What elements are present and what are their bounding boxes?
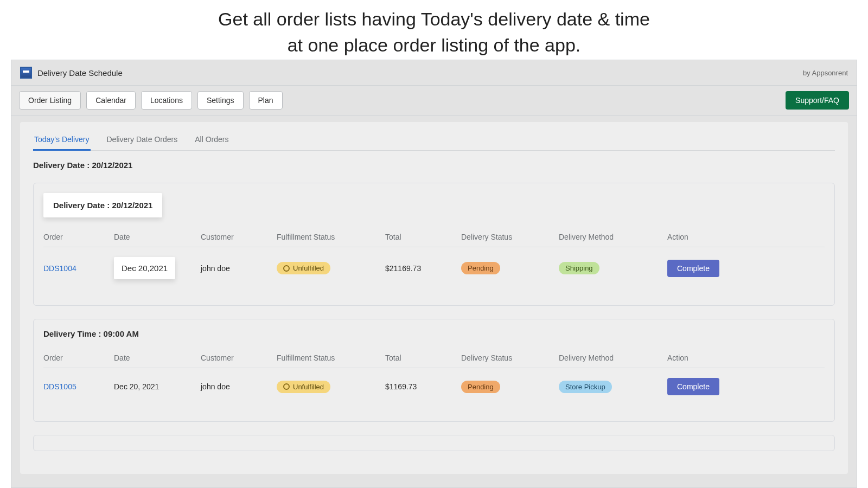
nav-calendar[interactable]: Calendar: [86, 91, 136, 110]
nav-plan[interactable]: Plan: [249, 91, 283, 110]
col-order: Order: [43, 233, 114, 241]
main-card: Today's Delivery Delivery Date Orders Al…: [20, 122, 848, 474]
orders-table-1: Order Date Customer Fulfillment Status T…: [43, 227, 825, 289]
app-window: Delivery Date Schedule by Appsonrent Ord…: [11, 60, 857, 488]
table-row: DDS1005 Dec 20, 2021 john doe Unfulfille…: [43, 368, 825, 405]
delivery-status-badge: Pending: [461, 262, 500, 274]
col-action: Action: [667, 354, 825, 362]
delivery-date-callout: Delivery Date : 20/12/2021: [43, 193, 162, 217]
date-cell: Dec 20, 2021: [114, 382, 201, 391]
vendor-byline: by Appsonrent: [803, 69, 848, 77]
nav-order-listing[interactable]: Order Listing: [19, 91, 81, 110]
title-bar: Delivery Date Schedule by Appsonrent: [11, 60, 857, 86]
col-date: Date: [114, 354, 201, 362]
next-section-peek: [33, 435, 835, 451]
delivery-method-badge: Store Pickup: [559, 381, 612, 393]
delivery-time-section: Delivery Time : 09:00 AM Order Date Cust…: [33, 319, 835, 422]
title-left: Delivery Date Schedule: [20, 67, 123, 79]
tab-all-orders[interactable]: All Orders: [194, 130, 229, 150]
fulfillment-badge: Unfulfilled: [277, 381, 330, 393]
toolbar: Order Listing Calendar Locations Setting…: [11, 86, 857, 115]
col-fulfillment: Fulfillment Status: [277, 233, 385, 241]
fulfillment-badge: Unfulfilled: [277, 262, 330, 274]
app-title: Delivery Date Schedule: [37, 68, 123, 78]
hero-line-2: at one place order listing of the app.: [0, 33, 868, 59]
complete-button[interactable]: Complete: [667, 260, 719, 277]
col-order: Order: [43, 354, 114, 362]
complete-button[interactable]: Complete: [667, 378, 719, 395]
col-date: Date: [114, 233, 201, 241]
page-delivery-date: Delivery Date : 20/12/2021: [33, 160, 835, 170]
order-link[interactable]: DDS1004: [43, 264, 76, 273]
support-faq-button[interactable]: Support/FAQ: [786, 91, 849, 110]
col-fulfillment: Fulfillment Status: [277, 354, 385, 362]
content-area: Today's Delivery Delivery Date Orders Al…: [11, 115, 857, 487]
col-action: Action: [667, 233, 825, 241]
col-total: Total: [385, 354, 461, 362]
col-delivery-status: Delivery Status: [461, 233, 559, 241]
col-delivery-status: Delivery Status: [461, 354, 559, 362]
tab-delivery-date-orders[interactable]: Delivery Date Orders: [106, 130, 179, 150]
nav-settings[interactable]: Settings: [197, 91, 244, 110]
col-total: Total: [385, 233, 461, 241]
col-customer: Customer: [201, 354, 277, 362]
app-icon: [20, 67, 32, 79]
customer-cell: john doe: [201, 382, 277, 391]
delivery-status-badge: Pending: [461, 381, 500, 393]
delivery-method-badge: Shipping: [559, 262, 599, 274]
hero-caption: Get all order lists having Today's deliv…: [0, 0, 868, 63]
orders-table-2: Order Date Customer Fulfillment Status T…: [43, 348, 825, 405]
delivery-date-section: Delivery Date : 20/12/2021 Order Date Cu…: [33, 183, 835, 306]
table-header: Order Date Customer Fulfillment Status T…: [43, 227, 825, 247]
total-cell: $21169.73: [385, 264, 461, 273]
total-cell: $1169.73: [385, 382, 461, 391]
nav-locations[interactable]: Locations: [141, 91, 192, 110]
col-customer: Customer: [201, 233, 277, 241]
table-header: Order Date Customer Fulfillment Status T…: [43, 348, 825, 368]
col-delivery-method: Delivery Method: [559, 233, 667, 241]
hero-line-1: Get all order lists having Today's deliv…: [0, 7, 868, 33]
tab-todays-delivery[interactable]: Today's Delivery: [33, 130, 91, 151]
tabs: Today's Delivery Delivery Date Orders Al…: [33, 130, 835, 151]
customer-cell: john doe: [201, 264, 277, 273]
table-row: DDS1004 Dec 20,2021 john doe Unfulfilled…: [43, 247, 825, 289]
col-delivery-method: Delivery Method: [559, 354, 667, 362]
date-highlight: Dec 20,2021: [114, 257, 175, 279]
delivery-time-heading: Delivery Time : 09:00 AM: [43, 329, 825, 338]
order-link[interactable]: DDS1005: [43, 382, 76, 391]
